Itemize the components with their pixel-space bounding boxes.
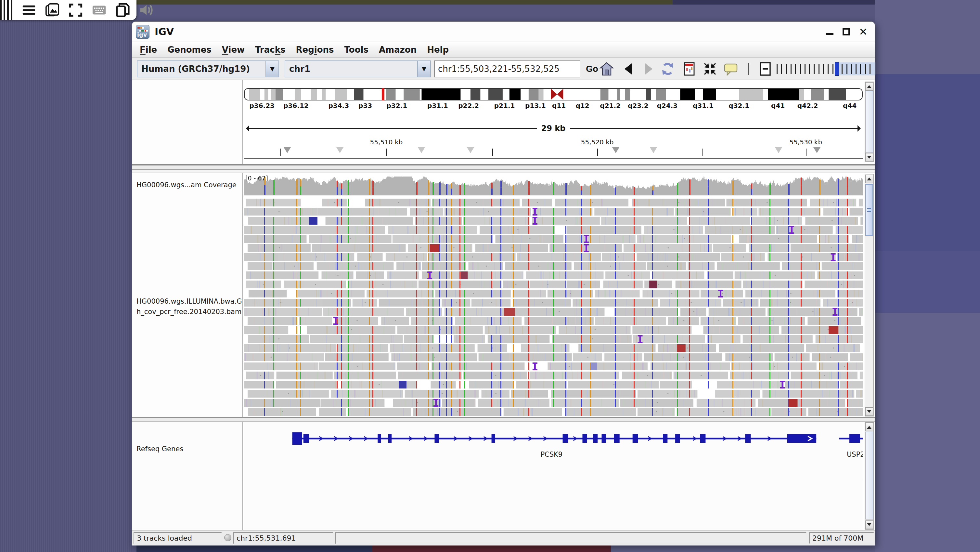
scroll-up-button[interactable] xyxy=(865,175,873,183)
menu-icon[interactable] xyxy=(21,3,37,18)
scroll-down-button[interactable] xyxy=(865,407,873,416)
gene-exon[interactable] xyxy=(434,434,439,443)
chromosome-select[interactable]: chr1 ▼ xyxy=(285,61,431,77)
gene-label-pcsk9: PCSK9 xyxy=(540,451,562,458)
chevron-down-icon[interactable]: ▼ xyxy=(266,61,278,77)
chevron-down-icon[interactable]: ▼ xyxy=(417,61,430,77)
region-tool-icon[interactable] xyxy=(682,61,697,77)
home-icon[interactable] xyxy=(599,61,614,77)
region-marker-icon[interactable] xyxy=(612,147,619,153)
region-marker-icon[interactable] xyxy=(284,147,291,153)
toolbar-separator xyxy=(748,63,749,75)
scrollbar-header[interactable] xyxy=(865,81,874,162)
gene-exon[interactable] xyxy=(602,434,606,443)
menu-tracks[interactable]: Tracks xyxy=(250,45,291,54)
forward-icon[interactable] xyxy=(641,61,656,77)
cytoband-label-q21.2: q21.2 xyxy=(600,102,620,110)
region-marker-icon[interactable] xyxy=(418,147,425,153)
gene-exon[interactable] xyxy=(582,434,587,443)
gene-exon[interactable] xyxy=(492,434,495,443)
coverage-track-name[interactable]: HG00096.wgs...am Coverage xyxy=(137,181,237,189)
scroll-down-button[interactable] xyxy=(865,153,873,161)
audio-icon[interactable] xyxy=(138,3,153,18)
gene-exon[interactable] xyxy=(563,434,568,443)
scrollbar-genes[interactable] xyxy=(865,422,874,530)
ruler-tick xyxy=(280,148,281,156)
menu-regions[interactable]: Regions xyxy=(291,45,339,54)
alignment-track-name-line2[interactable]: h_cov_pcr_free.20140203.bam xyxy=(137,308,242,316)
gene-intron-line[interactable] xyxy=(293,438,816,440)
go-button[interactable]: Go xyxy=(583,61,601,77)
gene-exon[interactable] xyxy=(388,434,391,443)
fit-to-window-icon[interactable] xyxy=(703,61,718,77)
gene-exon[interactable] xyxy=(700,434,705,443)
menu-amazon[interactable]: Amazon xyxy=(374,45,422,54)
panel-splitter[interactable] xyxy=(132,417,875,422)
tracks-loaded-status: 3 tracks loaded xyxy=(134,532,222,544)
scrollbar-thumb[interactable] xyxy=(865,184,873,236)
genome-select[interactable]: Human (GRCh37/hg19) ▼ xyxy=(137,61,279,77)
drag-handle-icon[interactable] xyxy=(0,0,13,20)
menu-bar: FileGenomesViewTracksRegionsToolsAmazonH… xyxy=(132,42,875,57)
fullscreen-icon[interactable] xyxy=(68,3,83,18)
gene-exon[interactable] xyxy=(633,434,638,443)
alignment-track-name-line1[interactable]: HG00096.wgs.ILLUMINA.bwa.G xyxy=(137,297,242,305)
refseq-gene-track[interactable]: PCSK9USP24 xyxy=(244,427,863,469)
region-marker-icon[interactable] xyxy=(775,147,782,153)
gene-exon[interactable] xyxy=(377,434,381,443)
region-marker-icon[interactable] xyxy=(813,147,821,153)
copy-icon[interactable] xyxy=(115,3,130,18)
cytoband-label-p21.1: p21.1 xyxy=(494,102,515,110)
menu-view[interactable]: View xyxy=(217,45,250,54)
minimize-button[interactable] xyxy=(826,33,834,35)
scrollbar-thumb[interactable] xyxy=(865,432,873,520)
coverage-track[interactable] xyxy=(244,177,863,195)
scroll-up-button[interactable] xyxy=(865,423,873,431)
gene-exon[interactable] xyxy=(663,434,667,443)
title-bar[interactable]: igv IGV ✕ xyxy=(132,22,875,42)
gene-exon[interactable] xyxy=(850,434,860,443)
screenshot-icon[interactable] xyxy=(45,3,60,18)
tooltip-icon[interactable] xyxy=(723,61,738,77)
track-name-panel-top xyxy=(132,80,243,164)
region-marker-icon[interactable] xyxy=(467,147,474,153)
zoom-slider-tick xyxy=(809,64,810,74)
menu-genomes[interactable]: Genomes xyxy=(162,45,217,54)
gene-exon[interactable] xyxy=(293,432,302,445)
keyboard-icon[interactable] xyxy=(92,3,107,18)
scrollbar-alignment[interactable] xyxy=(865,174,874,416)
ruler-tick xyxy=(806,148,807,156)
zoom-slider-thumb[interactable] xyxy=(835,62,839,76)
ruler-tick-label: 55,530 kb xyxy=(789,138,822,146)
chromosome-ideogram[interactable] xyxy=(244,88,863,101)
menu-tools[interactable]: Tools xyxy=(339,45,374,54)
chromosome-select-value: chr1 xyxy=(285,64,417,74)
zoom-slider[interactable] xyxy=(775,61,875,77)
alignment-reads-track[interactable] xyxy=(244,198,863,416)
gene-track-name[interactable]: Refseq Genes xyxy=(137,445,183,453)
zoom-slider-tick xyxy=(805,64,805,74)
scroll-up-button[interactable] xyxy=(865,82,873,91)
refresh-icon[interactable] xyxy=(660,61,675,77)
region-marker-icon[interactable] xyxy=(650,147,657,153)
gene-exon[interactable] xyxy=(304,434,309,443)
gene-exon[interactable] xyxy=(745,434,751,443)
locus-input[interactable] xyxy=(434,61,580,77)
gene-exon[interactable] xyxy=(675,434,680,443)
zoom-out-icon[interactable] xyxy=(758,61,773,77)
back-icon[interactable] xyxy=(621,61,636,77)
ruler-tick xyxy=(597,148,598,156)
gene-exon[interactable] xyxy=(614,434,620,443)
close-button[interactable]: ✕ xyxy=(859,27,867,37)
menu-help[interactable]: Help xyxy=(422,45,454,54)
igv-logo-icon: igv xyxy=(136,25,150,39)
gene-exon[interactable] xyxy=(593,434,598,443)
zoom-slider-tick xyxy=(800,64,801,74)
panel-splitter[interactable] xyxy=(132,164,875,173)
cytoband-label-p13.1: p13.1 xyxy=(525,102,546,110)
menu-file[interactable]: File xyxy=(135,45,162,54)
scrollbar-thumb[interactable] xyxy=(865,91,873,153)
scroll-down-button[interactable] xyxy=(865,520,873,529)
region-marker-icon[interactable] xyxy=(336,147,344,153)
maximize-button[interactable] xyxy=(843,28,850,35)
